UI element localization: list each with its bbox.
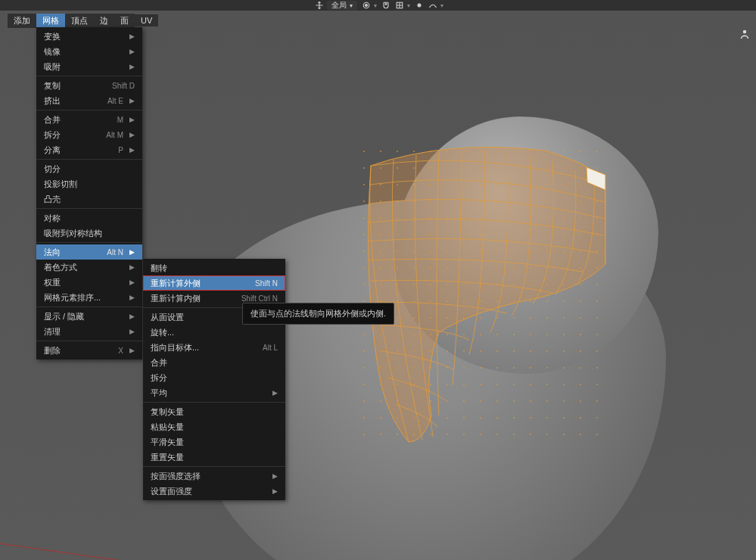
menubar-edge[interactable]: 边: [94, 14, 114, 28]
menu-show-hide[interactable]: 显示 / 隐藏▶: [36, 309, 142, 324]
menubar-mesh[interactable]: 网格: [36, 14, 65, 28]
submenu-arrow-icon: ▶: [129, 263, 135, 271]
selected-mesh-wireframe[interactable]: [356, 143, 621, 446]
submenu-arrow-icon: ▶: [129, 63, 135, 70]
menu-label: 旋转...: [151, 327, 174, 338]
menu-shading[interactable]: 着色方式▶: [36, 260, 142, 275]
transform-orientation-dropdown[interactable]: 全局 ▾: [327, 1, 357, 10]
menu-label: 投影切割: [44, 179, 77, 190]
menu-label: 拆分: [44, 129, 61, 141]
menu-separator: [36, 306, 142, 307]
menu-bisect[interactable]: 切分: [36, 161, 142, 176]
menu-shortcut: Alt N: [107, 248, 123, 257]
menu-shortcut: P: [118, 146, 123, 154]
submenu-average[interactable]: 平均▶: [143, 385, 285, 400]
submenu-copy-vectors[interactable]: 复制矢量: [143, 404, 285, 419]
menu-merge[interactable]: 合并M▶: [36, 112, 142, 127]
menu-duplicate[interactable]: 复制Shift D: [36, 78, 142, 93]
submenu-arrow-icon: ▶: [129, 278, 135, 286]
snap-increment-icon[interactable]: [394, 1, 406, 10]
menubar-label: 网格: [42, 16, 59, 25]
menu-label: 分离: [44, 145, 61, 156]
submenu-arrow-icon: ▶: [129, 146, 135, 154]
menu-shortcut: Shift D: [112, 82, 135, 90]
dropdown-label: 全局: [331, 0, 347, 11]
proportional-edit-icon[interactable]: [413, 1, 425, 10]
menubar-vertex[interactable]: 顶点: [65, 14, 94, 28]
submenu-point-to-target[interactable]: 指向目标体...Alt L: [143, 340, 285, 355]
proportional-falloff-icon[interactable]: [427, 1, 439, 10]
menu-separator: [36, 76, 142, 76]
tooltip: 使面与点的法线朝向网格外侧或内侧.: [242, 303, 394, 325]
axis-x-line: [0, 541, 194, 560]
menu-label: 显示 / 隐藏: [44, 311, 84, 322]
menu-label: 合并: [44, 114, 61, 126]
submenu-arrow-icon: ▶: [272, 487, 278, 495]
menu-separator: [143, 402, 285, 403]
menu-label: 吸附到对称结构: [44, 228, 102, 239]
menubar-label: 边: [100, 16, 108, 25]
menu-extrude[interactable]: 挤出Alt E▶: [36, 93, 142, 108]
submenu-arrow-icon: ▶: [129, 294, 135, 301]
submenu-split[interactable]: 拆分: [143, 370, 285, 385]
menu-split[interactable]: 拆分Alt M▶: [36, 127, 142, 142]
svg-point-3: [365, 5, 367, 7]
menu-separator: [36, 208, 142, 209]
menu-label: 从面设置: [151, 312, 184, 323]
menu-cleanup[interactable]: 清理▶: [36, 324, 142, 339]
submenu-recalc-outside[interactable]: 重新计算外侧Shift N: [143, 275, 285, 291]
menu-shortcut: Alt L: [263, 344, 278, 352]
menu-label: 法向: [44, 247, 61, 258]
menubar-label: 顶点: [71, 16, 88, 25]
editor-menubar: 添加 网格 顶点 边 面 UV: [8, 14, 158, 27]
menu-mirror[interactable]: 镜像▶: [36, 44, 142, 59]
menu-separator: [36, 159, 142, 160]
normals-submenu: 翻转 重新计算外侧Shift N 重新计算内侧Shift Ctrl N 从面设置…: [143, 259, 285, 500]
submenu-arrow-icon: ▶: [129, 248, 135, 256]
menubar-uv[interactable]: UV: [135, 14, 158, 26]
pivot-point-icon[interactable]: [360, 1, 372, 10]
menu-label: 删除: [44, 345, 61, 356]
menu-snap-symmetry[interactable]: 吸附到对称结构: [36, 226, 142, 241]
submenu-select-by-face-strength[interactable]: 按面强度选择▶: [143, 468, 285, 484]
submenu-paste-vectors[interactable]: 粘贴矢量: [143, 419, 285, 434]
camera-view-icon[interactable]: [738, 27, 751, 41]
submenu-reset-vectors[interactable]: 重置矢量: [143, 450, 285, 465]
menu-label: 清理: [44, 326, 61, 338]
menu-label: 吸附: [44, 61, 61, 73]
menu-normals[interactable]: 法向Alt N▶: [36, 244, 142, 260]
submenu-rotate[interactable]: 旋转...: [143, 325, 285, 340]
menu-snap[interactable]: 吸附▶: [36, 59, 142, 74]
menu-weights[interactable]: 权重▶: [36, 275, 142, 290]
submenu-merge[interactable]: 合并: [143, 355, 285, 370]
submenu-flip[interactable]: 翻转: [143, 260, 285, 275]
menu-shortcut: X: [118, 347, 123, 355]
menu-label: 镜像: [44, 46, 61, 58]
menu-convex-hull[interactable]: 凸壳: [36, 191, 142, 207]
menubar-face[interactable]: 面: [114, 14, 135, 28]
menu-shortcut: Alt M: [106, 131, 123, 139]
menubar-add[interactable]: 添加: [8, 14, 36, 28]
menu-label: 凸壳: [44, 194, 61, 205]
submenu-set-face-strength[interactable]: 设置面强度▶: [143, 484, 285, 499]
menu-label: 平滑矢量: [151, 437, 184, 448]
menu-separator: [36, 242, 142, 243]
submenu-smooth-vectors[interactable]: 平滑矢量: [143, 434, 285, 450]
menu-symmetrize[interactable]: 对称: [36, 210, 142, 226]
menu-label: 切分: [44, 163, 61, 175]
submenu-arrow-icon: ▶: [272, 389, 278, 397]
submenu-arrow-icon: ▶: [129, 347, 135, 354]
menu-delete[interactable]: 删除X▶: [36, 343, 142, 358]
menu-separator: [36, 341, 142, 341]
menu-label: 重新计算内侧: [151, 293, 201, 304]
menu-knife-project[interactable]: 投影切割: [36, 176, 142, 191]
orientation-arrows-icon[interactable]: [313, 1, 325, 10]
menu-separate[interactable]: 分离P▶: [36, 142, 142, 157]
menu-sort-elements[interactable]: 网格元素排序...▶: [36, 290, 142, 305]
menu-shortcut: M: [117, 116, 123, 124]
menu-transform[interactable]: 变换▶: [36, 29, 142, 44]
menu-label: 合并: [151, 357, 167, 369]
svg-point-6: [417, 4, 421, 8]
header-toolbar: 全局 ▾ ▾ ▾ ▾: [0, 0, 756, 11]
magnet-snap-icon[interactable]: [380, 1, 392, 10]
